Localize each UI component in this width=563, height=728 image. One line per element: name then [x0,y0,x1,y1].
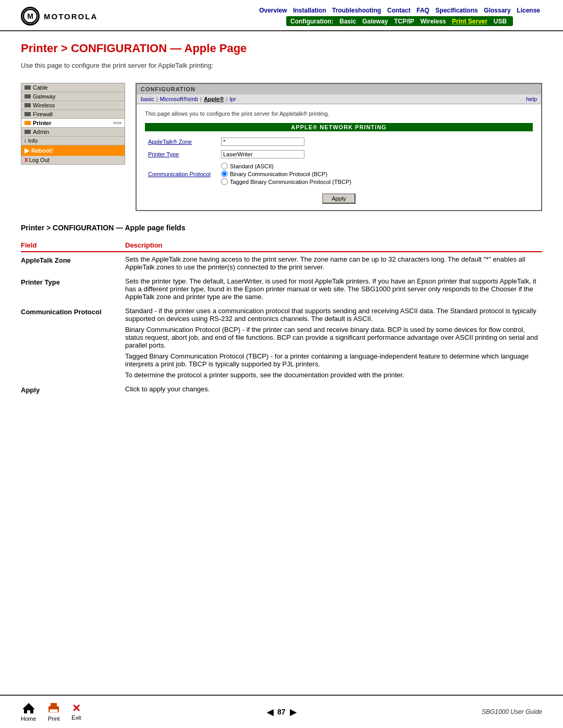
home-label: Home [21,715,36,722]
nav-license[interactable]: License [517,7,540,14]
radio-tbcp-label: Tagged Binary Communication Protocol (TB… [230,179,351,185]
nav-faq[interactable]: FAQ [417,7,430,14]
sidebar-item-info[interactable]: i Info [21,137,125,145]
printer-arrow-icon: >>> [113,120,121,126]
radio-standard-ascii-label: Standard (ASCII) [230,163,274,169]
apply-button[interactable]: Apply [322,193,356,204]
footer-page: ◀ 87 ▶ [267,707,296,717]
svg-marker-2 [22,703,35,713]
radio-bcp: Binary Communication Protocol (BCP) [221,170,530,177]
table-row-appletalk-zone: AppleTalk® Zone [145,135,533,148]
cable-icon [25,85,31,90]
exit-icon: ✕ [72,703,81,713]
tab-microsoft-smb[interactable]: Microsoft®smb [160,96,199,102]
sidebar-label-admin: Admin [33,129,121,135]
tab-lpr[interactable]: lpr [229,96,236,102]
sidebar: Cable Gateway Wireless Firewall Printer … [21,83,125,211]
page-subtitle: Use this page to configure the print ser… [21,61,542,69]
radio-tbcp-input[interactable] [221,178,228,185]
nav-area: Overview Installation Troubleshooting Co… [257,6,542,26]
appletalk-zone-input[interactable] [221,138,304,146]
page-title: Printer > CONFIGURATION — Apple Page [21,42,542,55]
apply-row: Apply [145,193,533,204]
desc-field-comm-protocol: Communication Protocol [21,304,125,382]
desc-col2-header: Description [125,238,542,252]
printer-icon [25,121,31,125]
sidebar-item-wireless[interactable]: Wireless [21,101,125,110]
desc-desc-comm-protocol: Standard - if the printer uses a communi… [125,304,542,382]
desc-field-apply: Apply [21,382,125,397]
nav-troubleshooting[interactable]: Troubleshooting [332,7,381,14]
logout-icon: X [25,157,28,163]
config-body: This page allows you to configure the pr… [137,104,541,210]
nav-glossary[interactable]: Glossary [484,7,510,14]
radio-standard-ascii-input[interactable] [221,163,228,169]
sidebar-item-printer[interactable]: Printer >>> [21,119,125,128]
main-content: Cable Gateway Wireless Firewall Printer … [0,83,563,211]
next-page-arrow[interactable]: ▶ [290,707,296,717]
config-tabs: basic | Microsoft®smb | Apple® | lpr hel… [137,94,541,104]
nav-basic[interactable]: Basic [339,18,356,25]
reboot-label: Reboot! [31,147,53,154]
sidebar-item-firewall[interactable]: Firewall [21,110,125,119]
sidebar-label-firewall: Firewall [33,111,121,117]
appletalk-zone-value [218,135,533,148]
printer-type-label[interactable]: Printer Type [145,148,218,161]
tab-sep-1: | [156,96,158,102]
print-label: Print [48,715,60,722]
logo-area: M MOTOROLA [21,7,97,26]
nav-wireless[interactable]: Wireless [420,18,446,25]
radio-bcp-input[interactable] [221,170,228,177]
nav-bottom-label: Configuration: [290,18,334,25]
desc-col1-header: Field [21,238,125,252]
footer-home[interactable]: Home [21,702,36,722]
prev-page-arrow[interactable]: ◀ [267,707,273,717]
logo-name: MOTOROLA [44,12,97,21]
nav-specifications[interactable]: Specifications [435,7,478,14]
logout-button[interactable]: X Log Out [21,156,125,164]
sidebar-item-gateway[interactable]: Gateway [21,92,125,101]
tab-sep-3: | [226,96,228,102]
logout-label: Log Out [29,157,50,163]
comm-protocol-label[interactable]: Communication Protocol [145,161,218,187]
gateway-icon [25,94,31,98]
table-row-printer-type: Printer Type [145,148,533,161]
nav-installation[interactable]: Installation [293,7,326,14]
help-link[interactable]: help [526,96,537,102]
wireless-icon [25,103,31,107]
reboot-button[interactable]: ▶ Reboot! [21,145,125,156]
svg-rect-5 [50,709,58,712]
footer-exit[interactable]: ✕ Exit [71,703,81,721]
nav-gateway[interactable]: Gateway [362,18,388,25]
nav-print-server[interactable]: Print Server [452,18,487,25]
sidebar-item-cable[interactable]: Cable [21,83,125,92]
config-panel-header: CONFIGURATION [137,84,541,94]
sidebar-item-admin[interactable]: Admin [21,128,125,137]
printer-type-input[interactable] [221,150,304,158]
desc-row-apply: Apply Click to apply your changes. [21,382,542,397]
svg-rect-4 [51,703,57,707]
config-section-title: APPLE® NETWORK PRINTING [145,123,533,131]
appletalk-zone-label[interactable]: AppleTalk® Zone [145,135,218,148]
page-number: 87 [277,708,286,716]
tab-apple[interactable]: Apple® [204,96,224,102]
print-icon [46,702,61,714]
nav-contact[interactable]: Contact [387,7,411,14]
footer-nav: Home Print ✕ Exit [21,702,81,722]
home-icon [21,702,36,714]
reboot-icon: ▶ [25,147,29,154]
nav-top: Overview Installation Troubleshooting Co… [257,6,542,14]
sidebar-label-cable: Cable [33,84,121,91]
info-icon: i [25,138,26,144]
tab-basic[interactable]: basic [141,96,154,102]
nav-tcpip[interactable]: TCP/IP [394,18,414,25]
footer-print[interactable]: Print [46,702,61,722]
radio-standard-ascii: Standard (ASCII) [221,163,530,169]
radio-group-protocol: Standard (ASCII) Binary Communication Pr… [221,163,530,185]
firewall-icon [25,112,31,116]
nav-bottom: Configuration: Basic Gateway TCP/IP Wire… [286,16,513,26]
nav-overview[interactable]: Overview [259,7,287,14]
sidebar-inner: Cable Gateway Wireless Firewall Printer … [21,83,125,165]
nav-usb[interactable]: USB [494,18,507,25]
desc-row-comm-protocol: Communication Protocol Standard - if the… [21,304,542,382]
